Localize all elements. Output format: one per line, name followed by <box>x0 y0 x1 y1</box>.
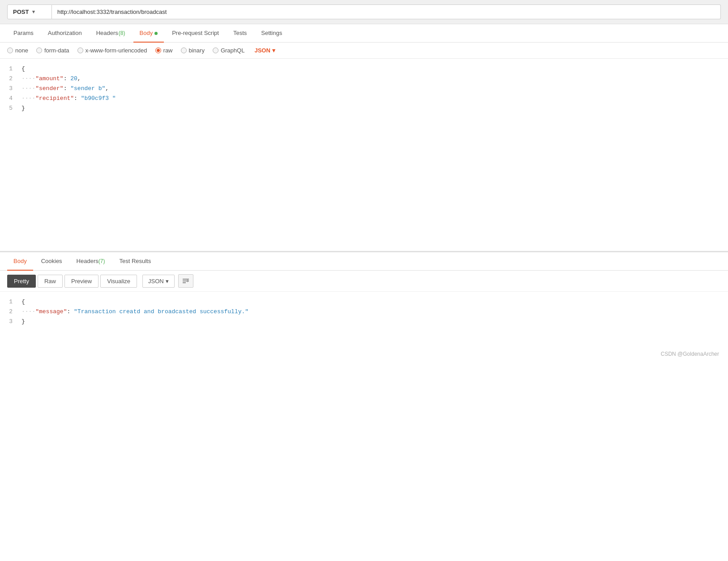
resp-headers-badge: (7) <box>98 258 105 264</box>
tab-headers[interactable]: Headers(8) <box>90 24 132 43</box>
resp-visualize-btn[interactable]: Visualize <box>100 275 137 288</box>
radio-none-circle <box>7 47 13 53</box>
radio-form-data-circle <box>36 47 42 53</box>
resp-code-content: { ····"message": "Transaction creatd and… <box>18 295 728 342</box>
response-tab-cookies[interactable]: Cookies <box>35 252 69 271</box>
tab-settings[interactable]: Settings <box>255 24 288 43</box>
radio-form-data[interactable]: form-data <box>36 47 69 54</box>
response-tabs: Body Cookies Headers(7) Test Results <box>0 252 728 271</box>
radio-graphql-circle <box>213 47 218 53</box>
tab-tests[interactable]: Tests <box>227 24 253 43</box>
tab-body[interactable]: Body <box>133 24 164 43</box>
radio-binary-circle <box>181 47 187 53</box>
resp-preview-btn[interactable]: Preview <box>64 275 98 288</box>
response-section: Body Cookies Headers(7) Test Results Pre… <box>0 251 728 345</box>
response-tab-test-results[interactable]: Test Results <box>113 252 157 271</box>
method-chevron-icon: ▾ <box>32 9 35 15</box>
radio-binary[interactable]: binary <box>181 47 205 54</box>
resp-wrap-btn[interactable] <box>178 274 193 288</box>
json-chevron-icon: ▾ <box>272 47 275 54</box>
method-selector[interactable]: POST ▾ <box>7 4 52 19</box>
radio-raw[interactable]: raw <box>155 47 173 54</box>
method-label: POST <box>13 9 29 15</box>
radio-raw-circle <box>155 47 161 53</box>
headers-badge: (8) <box>119 30 125 36</box>
request-body-editor[interactable]: 1 2 3 4 5 { ····"amount": 20, ····"sende… <box>0 59 728 251</box>
tab-authorization[interactable]: Authorization <box>42 24 88 43</box>
watermark: CSDN @GoldenaArcher <box>0 345 728 362</box>
line-numbers: 1 2 3 4 5 <box>0 62 18 247</box>
radio-graphql[interactable]: GraphQL <box>213 47 244 54</box>
tab-params[interactable]: Params <box>7 24 40 43</box>
body-dot <box>154 32 158 35</box>
radio-urlencoded-circle <box>77 47 83 53</box>
json-format-dropdown[interactable]: JSON ▾ <box>254 47 275 54</box>
code-content: { ····"amount": 20, ····"sender": "sende… <box>18 62 728 247</box>
radio-none[interactable]: none <box>7 47 28 54</box>
radio-urlencoded[interactable]: x-www-form-urlencoded <box>77 47 147 54</box>
resp-raw-btn[interactable]: Raw <box>38 275 63 288</box>
response-tab-headers[interactable]: Headers(7) <box>70 252 111 271</box>
body-type-row: none form-data x-www-form-urlencoded raw… <box>0 43 728 59</box>
response-toolbar: Pretty Raw Preview Visualize JSON ▾ <box>0 271 728 292</box>
resp-line-numbers: 1 2 3 <box>0 295 18 342</box>
response-body: 1 2 3 { ····"message": "Transaction crea… <box>0 292 728 345</box>
resp-format-chevron-icon: ▾ <box>166 278 169 285</box>
tab-pre-request[interactable]: Pre-request Script <box>166 24 225 43</box>
response-tab-body[interactable]: Body <box>7 252 33 271</box>
request-tabs: Params Authorization Headers(8) Body Pre… <box>0 24 728 43</box>
url-input[interactable] <box>52 4 721 19</box>
resp-pretty-btn[interactable]: Pretty <box>7 275 36 288</box>
url-bar: POST ▾ <box>0 0 728 24</box>
resp-format-dropdown[interactable]: JSON ▾ <box>142 275 175 288</box>
